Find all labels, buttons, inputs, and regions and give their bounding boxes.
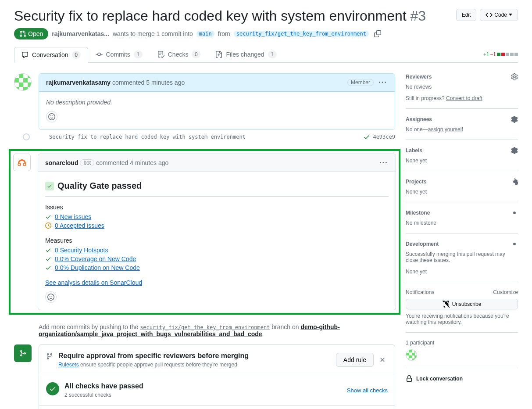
projects-heading: Projects — [406, 179, 426, 185]
duplication-link[interactable]: 0.0% Duplication on New Code — [55, 264, 140, 271]
merge-status-icon — [14, 344, 32, 362]
add-reaction-button[interactable] — [45, 291, 57, 303]
state-badge: Open — [14, 28, 48, 39]
ruleset-title: Require approval from specific reviewers… — [58, 352, 249, 360]
milestone-empty-text: No milestone — [406, 220, 518, 226]
new-issues-link[interactable]: 0 New issues — [55, 213, 91, 220]
close-icon — [379, 356, 386, 363]
development-empty-text: None yet — [406, 269, 518, 275]
sonarcloud-icon — [16, 156, 28, 169]
comment-time-link[interactable]: 4 minutes ago — [130, 159, 168, 166]
notifications-desc: You're receiving notifications because y… — [406, 313, 518, 325]
lock-conversation-button[interactable]: Lock conversation — [406, 368, 518, 382]
show-all-checks-link[interactable]: Show all checks — [347, 387, 388, 394]
edit-button[interactable]: Edit — [456, 9, 477, 21]
code-icon — [486, 11, 493, 18]
notifications-heading: Notifications — [406, 289, 434, 295]
git-merge-icon — [19, 350, 26, 357]
assign-yourself-link[interactable]: assign yourself — [428, 126, 463, 133]
gear-icon — [511, 147, 518, 154]
check-icon — [45, 256, 51, 262]
customize-notifications-link[interactable]: Customize — [493, 289, 518, 295]
add-reaction-button[interactable] — [46, 111, 57, 122]
conversation-count: 0 — [72, 51, 81, 59]
code-button[interactable]: Code — [480, 9, 518, 21]
pr-number: #3 — [411, 8, 426, 24]
smiley-icon — [48, 113, 55, 120]
tab-files[interactable]: Files changed 1 — [208, 47, 284, 62]
base-branch[interactable]: main — [196, 31, 214, 37]
comment-menu-button[interactable] — [377, 77, 388, 88]
comment-author-link[interactable]: sonarcloud — [45, 159, 78, 166]
lock-icon — [406, 375, 413, 382]
checks-passed-title: All checks have passed — [64, 382, 143, 390]
gear-icon — [511, 209, 518, 216]
accepted-issues-link[interactable]: 0 Accepted issues — [55, 222, 104, 229]
rulesets-link[interactable]: Rulesets — [58, 362, 79, 368]
branch-icon — [46, 353, 53, 360]
tab-commits[interactable]: Commits 1 — [88, 47, 150, 62]
pr-title: Security fix to replace hard coded key w… — [14, 7, 453, 25]
comment-author-link[interactable]: rajkumarvenkatasamy — [46, 79, 111, 86]
assignees-settings-button[interactable] — [511, 116, 518, 123]
svg-point-0 — [23, 163, 26, 166]
check-icon — [45, 247, 51, 253]
avatar[interactable] — [14, 73, 32, 91]
commit-message-link[interactable]: Security fix to replace hard coded key w… — [37, 134, 356, 140]
check-icon — [45, 214, 51, 220]
projects-empty-text: None yet — [406, 189, 518, 195]
add-rule-button[interactable]: Add rule — [336, 353, 374, 367]
comment-body: No description provided. — [46, 99, 388, 106]
checks-count: 0 — [192, 50, 200, 58]
coverage-link[interactable]: 0.0% Coverage on New Code — [55, 255, 136, 262]
checklist-icon — [157, 51, 164, 58]
kebab-icon — [379, 79, 386, 86]
participant-avatar[interactable] — [406, 349, 417, 361]
commit-dot-icon — [23, 133, 30, 140]
check-icon — [45, 265, 51, 271]
copy-branch-button[interactable] — [372, 29, 383, 39]
comment-menu-button[interactable] — [378, 158, 389, 168]
pr-author-link[interactable]: rajkumarvenkatas... — [52, 30, 109, 37]
pull-request-icon — [19, 30, 26, 37]
push-hint-text: Add more commits by pushing to the secur… — [39, 323, 395, 337]
measures-heading: Measures — [45, 237, 389, 244]
reviewers-empty-text: No reviews — [406, 84, 518, 90]
avatar[interactable] — [13, 154, 31, 171]
tab-conversation[interactable]: Conversation 0 — [14, 47, 88, 63]
milestone-settings-button[interactable] — [511, 209, 518, 216]
unsubscribe-button[interactable]: Unsubscribe — [406, 299, 518, 309]
quality-gate-title: Quality Gate passed — [45, 179, 389, 197]
convert-draft-link[interactable]: Convert to draft — [446, 95, 482, 101]
dismiss-ruleset-button[interactable] — [377, 355, 388, 365]
gear-icon — [511, 116, 518, 123]
reviewers-heading: Reviewers — [406, 74, 432, 80]
labels-empty-text: None yet — [406, 158, 518, 164]
milestone-heading: Milestone — [406, 210, 430, 216]
comment-time-link[interactable]: 5 minutes ago — [146, 79, 185, 86]
commit-sha-link[interactable]: 4e93ce9 — [373, 134, 395, 140]
development-settings-button[interactable] — [511, 240, 518, 248]
head-branch[interactable]: security_fix/get_the_key_from_environmen… — [234, 31, 369, 37]
commit-icon — [96, 51, 103, 58]
projects-settings-button[interactable] — [511, 178, 518, 185]
assignees-heading: Assignees — [406, 116, 432, 122]
labels-heading: Labels — [406, 147, 422, 154]
reviewers-settings-button[interactable] — [511, 73, 518, 80]
diff-stat: +1 −1 — [483, 51, 518, 57]
development-desc: Successfully merging this pull request m… — [406, 251, 518, 263]
sonarcloud-analysis-link[interactable]: See analysis details on SonarCloud — [45, 279, 142, 286]
check-icon — [47, 183, 52, 189]
labels-settings-button[interactable] — [511, 147, 518, 154]
checks-success-icon — [46, 382, 59, 395]
file-diff-icon — [215, 51, 222, 58]
files-count: 1 — [268, 50, 277, 58]
gear-icon — [511, 240, 518, 248]
participants-count: 1 participant — [406, 340, 518, 346]
security-hotspots-link[interactable]: 0 Security Hotspots — [55, 247, 108, 254]
svg-point-1 — [18, 163, 21, 166]
tab-checks[interactable]: Checks 0 — [150, 47, 208, 62]
bot-badge: bot — [80, 159, 94, 166]
smiley-icon — [47, 294, 54, 301]
gear-icon — [511, 73, 518, 80]
